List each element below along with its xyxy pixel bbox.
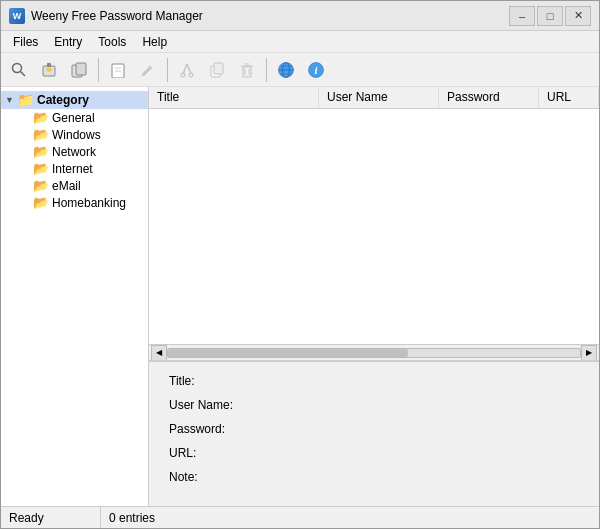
sidebar-item-general[interactable]: 📂 General <box>17 109 148 126</box>
sidebar-item-general-label: General <box>52 111 95 125</box>
svg-point-0 <box>13 63 22 72</box>
detail-row-url: URL: <box>169 446 579 460</box>
delete-button[interactable] <box>233 57 261 83</box>
windows-folder-icon: 📂 <box>33 127 49 142</box>
detail-row-title: Title: <box>169 374 579 388</box>
menu-entry[interactable]: Entry <box>46 33 90 51</box>
edit-icon <box>140 62 156 78</box>
copy2-button[interactable] <box>203 57 231 83</box>
internet-folder-icon: 📂 <box>33 161 49 176</box>
edit-button[interactable] <box>134 57 162 83</box>
close-button[interactable]: ✕ <box>565 6 591 26</box>
cut-icon <box>179 62 195 78</box>
email-folder-icon: 📂 <box>33 178 49 193</box>
detail-title-label: Title: <box>169 374 249 388</box>
status-ready: Ready <box>1 507 101 528</box>
sidebar-item-email-label: eMail <box>52 179 81 193</box>
tree-children: 📂 General 📂 Windows 📂 Network 📂 Interne <box>1 109 148 211</box>
list-header: Title User Name Password URL <box>149 87 599 109</box>
col-password[interactable]: Password <box>439 87 539 108</box>
sidebar-item-network-label: Network <box>52 145 96 159</box>
separator-2 <box>167 58 168 82</box>
svg-point-3 <box>47 68 51 72</box>
delete-icon <box>239 62 255 78</box>
sidebar-item-internet[interactable]: 📂 Internet <box>17 160 148 177</box>
svg-rect-6 <box>76 63 86 75</box>
copy-entry-icon <box>71 62 87 78</box>
category-folder-icon: 📁 <box>17 92 34 108</box>
svg-line-1 <box>21 71 26 76</box>
menu-tools[interactable]: Tools <box>90 33 134 51</box>
col-title[interactable]: Title <box>149 87 319 108</box>
new-entry-button[interactable] <box>35 57 63 83</box>
scrollbar-thumb[interactable] <box>168 349 408 357</box>
detail-row-username: User Name: <box>169 398 579 412</box>
svg-rect-15 <box>214 63 223 74</box>
new-entry-icon <box>41 62 57 78</box>
globe-button[interactable] <box>272 57 300 83</box>
search-icon <box>11 62 27 78</box>
detail-panel: Title: User Name: Password: URL: Note: <box>149 361 599 506</box>
network-folder-icon: 📂 <box>33 144 49 159</box>
detail-row-note: Note: <box>169 470 579 484</box>
homebanking-folder-icon: 📂 <box>33 195 49 210</box>
scroll-right-button[interactable]: ▶ <box>581 345 597 361</box>
separator-3 <box>266 58 267 82</box>
list-view: Title User Name Password URL ◀ ▶ <box>149 87 599 361</box>
svg-point-13 <box>189 73 193 77</box>
tree-toggle-root[interactable]: ▼ <box>5 95 17 105</box>
new-icon <box>110 62 126 78</box>
svg-rect-16 <box>243 67 251 77</box>
status-bar: Ready 0 entries <box>1 506 599 528</box>
globe-icon <box>277 61 295 79</box>
main-content: ▼ 📁 Category 📂 General 📂 Windows 📂 <box>1 87 599 506</box>
detail-username-label: User Name: <box>169 398 249 412</box>
svg-point-12 <box>181 73 185 77</box>
detail-url-label: URL: <box>169 446 249 460</box>
scroll-left-button[interactable]: ◀ <box>151 345 167 361</box>
copy2-icon <box>209 62 225 78</box>
svg-rect-4 <box>47 63 51 67</box>
menu-bar: Files Entry Tools Help <box>1 31 599 53</box>
minimize-button[interactable]: – <box>509 6 535 26</box>
sidebar-item-email[interactable]: 📂 eMail <box>17 177 148 194</box>
sidebar: ▼ 📁 Category 📂 General 📂 Windows 📂 <box>1 87 149 506</box>
maximize-button[interactable]: □ <box>537 6 563 26</box>
window-controls: – □ ✕ <box>509 6 591 26</box>
info-button[interactable]: i <box>302 57 330 83</box>
horizontal-scrollbar[interactable]: ◀ ▶ <box>149 344 599 360</box>
separator-1 <box>98 58 99 82</box>
scrollbar-track[interactable] <box>167 348 581 358</box>
sidebar-item-windows-label: Windows <box>52 128 101 142</box>
info-icon: i <box>307 61 325 79</box>
sidebar-item-homebanking-label: Homebanking <box>52 196 126 210</box>
menu-files[interactable]: Files <box>5 33 46 51</box>
search-button[interactable] <box>5 57 33 83</box>
detail-row-password: Password: <box>169 422 579 436</box>
sidebar-item-internet-label: Internet <box>52 162 93 176</box>
toolbar: i <box>1 53 599 87</box>
sidebar-item-windows[interactable]: 📂 Windows <box>17 126 148 143</box>
sidebar-item-network[interactable]: 📂 Network <box>17 143 148 160</box>
general-folder-icon: 📂 <box>33 110 49 125</box>
app-icon: W <box>9 8 25 24</box>
detail-note-label: Note: <box>169 470 249 484</box>
copy-entry-button[interactable] <box>65 57 93 83</box>
col-url[interactable]: URL <box>539 87 599 108</box>
tree-root-label: Category <box>37 93 89 107</box>
window-title: Weeny Free Password Manager <box>31 9 509 23</box>
right-panel: Title User Name Password URL ◀ ▶ <box>149 87 599 506</box>
col-username[interactable]: User Name <box>319 87 439 108</box>
sidebar-item-homebanking[interactable]: 📂 Homebanking <box>17 194 148 211</box>
detail-password-label: Password: <box>169 422 249 436</box>
new-button[interactable] <box>104 57 132 83</box>
tree-root[interactable]: ▼ 📁 Category <box>1 91 148 109</box>
status-entries: 0 entries <box>101 507 599 528</box>
list-body[interactable] <box>149 109 599 344</box>
cut-button[interactable] <box>173 57 201 83</box>
menu-help[interactable]: Help <box>134 33 175 51</box>
main-window: W Weeny Free Password Manager – □ ✕ File… <box>0 0 600 529</box>
title-bar: W Weeny Free Password Manager – □ ✕ <box>1 1 599 31</box>
